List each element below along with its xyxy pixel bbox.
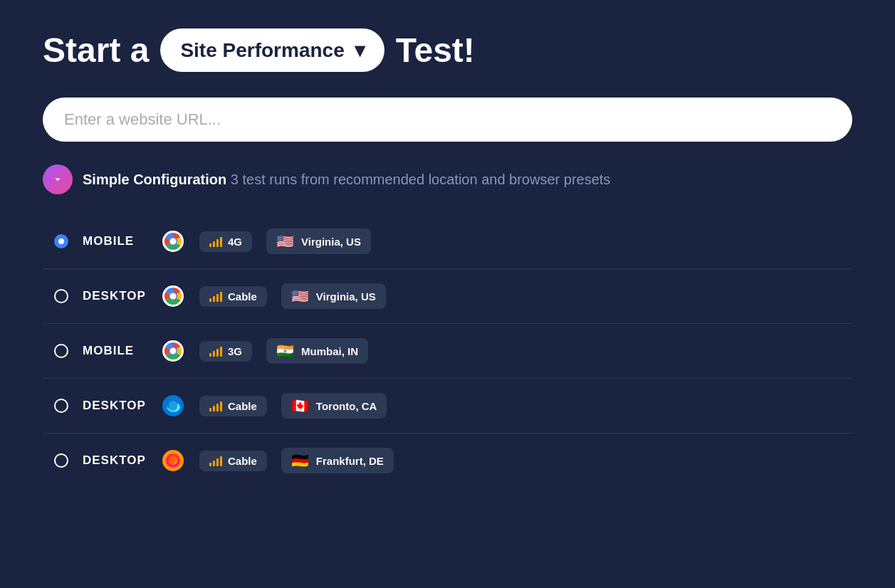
signal-icon [209,236,222,247]
chrome-icon [161,229,185,253]
location-label: Mumbai, IN [301,345,358,357]
location-label: Virginia, US [316,290,376,303]
chrome-icon [161,339,185,363]
signal-icon [209,345,222,357]
flag-icon: 🇩🇪 [291,452,309,469]
url-input-wrapper [43,98,852,142]
location-badge: 🇨🇦 Toronto, CA [281,393,387,419]
config-title-detail: 3 test runs from recommended location an… [226,172,610,187]
test-row[interactable]: MOBILE 3G🇮🇳 Mumbai, IN [43,324,852,379]
test-row[interactable]: DESKTOP Cable🇺🇸 Virginia, US [43,269,852,324]
location-badge: 🇺🇸 Virginia, US [266,229,371,254]
device-label: MOBILE [83,344,147,358]
signal-icon [209,400,222,411]
connection-label: 4G [228,236,242,248]
svg-point-12 [169,401,177,411]
config-toggle-button[interactable] [43,164,73,194]
connection-badge: Cable [199,451,267,471]
connection-badge: 3G [199,341,252,362]
edge-icon [161,394,185,418]
config-header: Simple Configuration 3 test runs from re… [43,164,852,194]
device-label: DESKTOP [83,399,147,413]
test-rows-container: MOBILE 4G🇺🇸 Virginia, USDESKTOP [43,214,852,488]
test-type-dropdown[interactable]: Site Performance ▾ [160,28,384,72]
location-badge: 🇺🇸 Virginia, US [281,283,386,309]
page-container: Start a Site Performance ▾ Test! Simple … [43,28,852,502]
connection-label: Cable [228,290,257,303]
signal-icon [209,455,222,466]
device-label: DESKTOP [83,289,147,303]
connection-label: 3G [228,345,242,357]
radio-button[interactable] [54,289,68,303]
header-prefix: Start a [43,31,149,70]
location-badge: 🇩🇪 Frankfurt, DE [281,448,394,473]
page-header: Start a Site Performance ▾ Test! [43,28,852,72]
flag-icon: 🇺🇸 [276,233,294,250]
firefox-icon [161,448,185,473]
connection-badge: Cable [199,396,267,416]
url-input[interactable] [64,110,831,129]
config-title-bold: Simple Configuration [83,172,226,187]
test-row[interactable]: MOBILE 4G🇺🇸 Virginia, US [43,214,852,269]
test-row[interactable]: DESKTOP Cable🇨🇦 Toronto, CA [43,379,852,434]
svg-point-5 [170,293,177,300]
test-row[interactable]: DESKTOP Cable🇩🇪 Frankfurt, DE [43,434,852,488]
device-label: MOBILE [83,234,147,248]
connection-label: Cable [228,455,257,467]
radio-button[interactable] [54,234,68,248]
radio-button[interactable] [54,453,68,468]
flag-icon: 🇮🇳 [276,342,294,359]
location-label: Virginia, US [301,236,361,248]
location-label: Frankfurt, DE [316,455,384,467]
connection-label: Cable [228,400,257,412]
flag-icon: 🇺🇸 [291,288,309,305]
radio-button[interactable] [54,399,68,413]
signal-icon [209,290,222,302]
chrome-icon [161,284,185,308]
config-section: Simple Configuration 3 test runs from re… [43,164,852,488]
config-title: Simple Configuration 3 test runs from re… [83,172,610,188]
dropdown-label: Site Performance [180,39,344,62]
connection-badge: 4G [199,231,252,252]
connection-badge: Cable [199,286,267,307]
location-label: Toronto, CA [316,400,377,412]
header-suffix: Test! [396,31,475,70]
radio-button[interactable] [54,344,68,358]
flag-icon: 🇨🇦 [291,397,309,414]
chevron-down-icon: ▾ [355,38,365,62]
svg-point-8 [170,348,177,355]
svg-point-2 [170,238,177,245]
location-badge: 🇮🇳 Mumbai, IN [266,338,368,364]
chevron-down-icon [51,173,64,186]
device-label: DESKTOP [83,453,147,468]
